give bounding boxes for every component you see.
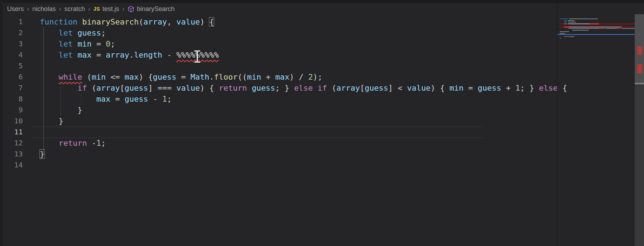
minimap-code-segment [560, 20, 564, 21]
line-number-6[interactable]: 6 [0, 71, 23, 82]
line-number-5[interactable]: 5 [0, 60, 23, 71]
breadcrumb-label: binarySearch [137, 5, 175, 13]
minimap-code-segment [584, 30, 587, 31]
minimap-code-segment [560, 31, 569, 32]
code-editor[interactable]: 1function binarySearch(array, value) {2 … [0, 14, 557, 246]
minimap-code-segment [593, 27, 597, 27]
code-line-text[interactable]: } [40, 149, 44, 160]
minimap-code-segment [619, 27, 622, 27]
line-number-10[interactable]: 10 [0, 116, 23, 127]
code-token: guess [77, 28, 101, 37]
minimap-code-segment [580, 23, 586, 24]
code-token: return [59, 139, 87, 148]
code-line-text[interactable]: if (array[guess] === value) { return gue… [40, 82, 567, 93]
code-line-text[interactable]: let guess; [40, 27, 106, 38]
code-line-6[interactable]: 6 while (min <= max) {guess = Math.floor… [0, 71, 557, 82]
minimap-code-segment [560, 28, 568, 29]
breadcrumb-item-test.js[interactable]: JStest.js [93, 5, 119, 13]
code-line-10[interactable]: 10 } [0, 116, 557, 127]
code-line-1[interactable]: 1function binarySearch(array, value) { [0, 16, 557, 27]
code-token [247, 84, 252, 92]
code-token [40, 39, 59, 48]
code-token: else [539, 84, 558, 92]
code-line-text[interactable]: return -1; [40, 138, 106, 149]
code-token: + [501, 84, 515, 92]
minimap-code-segment [571, 23, 574, 24]
minimap-code-segment [611, 27, 615, 27]
code-token: ) { [200, 84, 219, 92]
code-line-text[interactable]: let max = array.length - %%%%%%%%% [40, 49, 219, 60]
minimap-code-segment [560, 30, 572, 31]
code-token: value [176, 17, 200, 26]
line-number-8[interactable]: 8 [0, 93, 23, 105]
minimap-code-segment [585, 27, 590, 27]
breadcrumb-item-scratch[interactable]: scratch [64, 5, 85, 13]
code-line-11[interactable]: 11 [0, 127, 557, 138]
breadcrumb-item-binarysearch[interactable]: binarySearch [128, 5, 175, 13]
minimap-code-segment [569, 18, 581, 19]
minimap-code-segment [608, 27, 611, 27]
minimap-code-segment [560, 36, 564, 37]
code-token: [ [360, 84, 365, 92]
breadcrumb-item-nicholas[interactable]: nicholas [32, 5, 56, 13]
code-token: . [209, 73, 214, 81]
code-line-12[interactable]: 12 return -1; [0, 138, 557, 149]
minimap-code-segment [560, 23, 564, 24]
code-token: ) { [139, 73, 153, 81]
window-top-edge [0, 0, 644, 3]
code-line-9[interactable]: 9 } [0, 105, 557, 116]
code-line-13[interactable]: 13} [0, 149, 557, 160]
code-token: array [337, 84, 360, 92]
code-token: Math [190, 73, 209, 81]
code-line-text[interactable]: while (min <= max) {guess = Math.floor((… [40, 71, 322, 82]
minimap-code-segment [571, 27, 574, 27]
code-token [40, 28, 59, 37]
line-number-9[interactable]: 9 [0, 105, 23, 116]
code-line-text[interactable]: let min = 0; [40, 38, 115, 49]
line-number-11[interactable]: 11 [0, 127, 23, 138]
code-token: . [129, 50, 134, 59]
code-token: value [176, 84, 200, 92]
code-line-2[interactable]: 2 let guess; [0, 27, 557, 38]
breadcrumb-item-users[interactable]: Users [7, 5, 24, 13]
line-number-4[interactable]: 4 [0, 49, 23, 60]
code-line-8[interactable]: 8 max = guess - 1; [0, 93, 557, 105]
line-number-13[interactable]: 13 [0, 149, 23, 160]
code-line-7[interactable]: 7 if (array[guess] === value) { return g… [0, 82, 557, 93]
line-number-1[interactable]: 1 [0, 16, 23, 27]
minimap-code-segment [631, 28, 635, 29]
code-token: = [111, 95, 125, 103]
code-token: ( [139, 17, 143, 26]
code-token: - [87, 139, 96, 148]
code-line-5[interactable]: 5 [0, 60, 557, 71]
code-line-text[interactable]: function binarySearch(array, value) { [40, 16, 214, 27]
code-line-3[interactable]: 3 let min = 0; [0, 38, 557, 49]
code-token: array [96, 84, 120, 92]
line-number-12[interactable]: 12 [0, 138, 23, 149]
line-number-14[interactable]: 14 [0, 160, 23, 171]
line-number-7[interactable]: 7 [0, 82, 23, 93]
minimap-code-segment [568, 23, 571, 24]
code-line-4[interactable]: 4 let max = array.length - %%%%%%%%% [0, 49, 557, 60]
minimap-code-segment [575, 30, 578, 31]
code-line-text[interactable]: } [40, 116, 63, 127]
minimap-code-segment [574, 23, 580, 24]
minimap[interactable] [557, 0, 635, 246]
code-line-14[interactable]: 14 [0, 160, 557, 171]
symbol-module-icon [128, 6, 134, 12]
minimap-line-3 [560, 21, 635, 23]
minimap-line-13 [560, 37, 635, 39]
code-token: guess [252, 84, 275, 92]
code-line-text[interactable]: } [40, 105, 82, 116]
code-token: - [148, 95, 162, 103]
minimap-code-segment [564, 20, 567, 21]
line-number-2[interactable]: 2 [0, 27, 23, 38]
code-token: max [275, 73, 289, 81]
code-line-text[interactable]: max = guess - 1; [40, 93, 172, 105]
code-token: value [407, 84, 430, 92]
line-number-3[interactable]: 3 [0, 38, 23, 49]
minimap-code-segment [574, 27, 579, 27]
vertical-scrollbar[interactable] [635, 14, 644, 246]
code-token: ; [101, 28, 106, 37]
mouse-text-ibeam-cursor [194, 50, 201, 64]
